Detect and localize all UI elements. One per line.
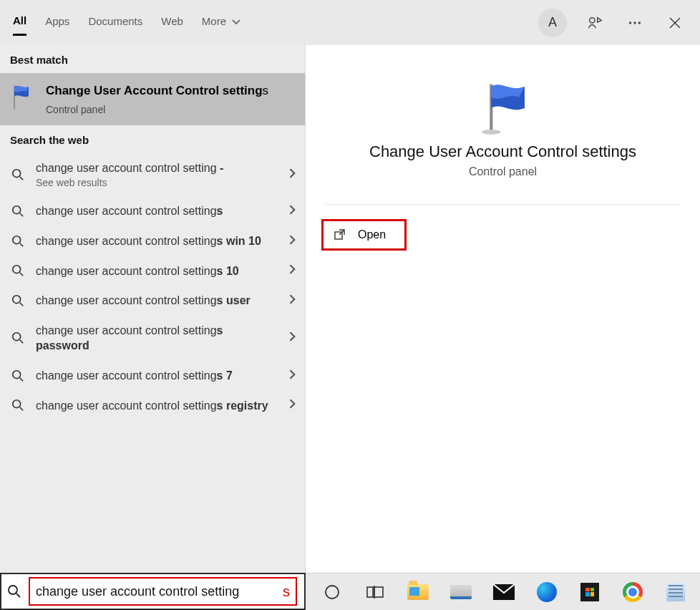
svg-point-3 [638, 21, 641, 24]
preview-title: Change User Account Control settings [369, 142, 636, 161]
web-result-row[interactable]: change user account control settings 10 [0, 256, 305, 286]
best-match-header: Best match [0, 45, 305, 73]
notepad-icon[interactable] [662, 578, 689, 606]
tab-web[interactable]: Web [161, 11, 183, 34]
search-icon [10, 369, 26, 382]
search-icon [7, 584, 21, 599]
web-result-text: change user account control settings 10 [36, 263, 278, 279]
uac-flag-icon [471, 79, 535, 137]
mail-icon[interactable] [490, 578, 517, 606]
chevron-down-icon [232, 18, 240, 26]
search-highlight: s [29, 577, 297, 606]
on-screen-keyboard-icon[interactable] [447, 578, 475, 606]
search-header: All Apps Documents Web More A [0, 0, 700, 45]
web-result-text: change user account control settings 7 [36, 368, 278, 384]
preview-panel: Change User Account Control settings Con… [306, 45, 700, 573]
tab-all[interactable]: All [13, 10, 26, 36]
search-icon [10, 294, 26, 307]
close-icon[interactable] [663, 11, 687, 35]
chevron-right-icon [288, 168, 298, 181]
more-options-icon[interactable] [623, 11, 647, 35]
open-external-icon [334, 228, 346, 241]
taskbar [306, 573, 700, 610]
open-button-label: Open [358, 228, 386, 241]
search-input[interactable] [36, 584, 284, 599]
edge-icon[interactable] [533, 578, 560, 606]
chevron-right-icon [288, 294, 298, 307]
tab-apps[interactable]: Apps [45, 11, 69, 34]
search-icon [10, 331, 26, 344]
best-match-result[interactable]: Change User Account Control settings Con… [0, 73, 305, 125]
svg-point-8 [13, 296, 21, 304]
web-result-text: change user account control settings reg… [36, 398, 278, 414]
best-match-title-rest: s [263, 84, 269, 97]
svg-point-4 [13, 170, 21, 178]
tab-more[interactable]: More [202, 11, 240, 34]
web-result-row[interactable]: change user account control settings reg… [0, 391, 305, 421]
search-box[interactable]: s [0, 573, 306, 610]
web-result-row[interactable]: change user account control settings pas… [0, 316, 305, 361]
svg-point-14 [9, 586, 17, 594]
chevron-right-icon [288, 205, 298, 218]
uac-flag-icon [7, 83, 36, 112]
web-results-list: change user account control setting -See… [0, 153, 305, 420]
chevron-right-icon [288, 331, 298, 344]
best-match-title-bold: Change User Account Control setting [46, 84, 263, 97]
chrome-icon[interactable] [619, 578, 646, 606]
chevron-right-icon [288, 264, 298, 277]
svg-point-5 [13, 206, 21, 214]
search-caret: s [283, 584, 290, 600]
search-icon [10, 205, 26, 218]
svg-point-12 [482, 130, 501, 135]
svg-rect-17 [374, 587, 383, 597]
svg-point-0 [590, 17, 595, 22]
search-icon [10, 235, 26, 248]
account-avatar[interactable]: A [538, 9, 567, 37]
svg-point-10 [13, 371, 21, 379]
web-result-text: change user account control settings use… [36, 293, 278, 309]
filter-tabs: All Apps Documents Web More [13, 10, 240, 36]
svg-rect-16 [367, 587, 373, 597]
best-match-sub: Control panel [46, 104, 268, 115]
chevron-right-icon [288, 235, 298, 248]
svg-point-7 [13, 266, 21, 273]
main-area: Best match Change User Account Control s… [0, 45, 700, 573]
feedback-icon[interactable] [583, 11, 607, 35]
cortana-icon[interactable] [319, 578, 346, 606]
web-result-text: change user account control settings win… [36, 233, 278, 249]
svg-point-2 [633, 21, 636, 24]
microsoft-store-icon[interactable] [576, 578, 603, 606]
results-panel: Best match Change User Account Control s… [0, 45, 306, 573]
web-result-row[interactable]: change user account control settings win… [0, 226, 305, 256]
preview-separator [326, 204, 681, 205]
svg-point-9 [13, 333, 21, 341]
tab-documents[interactable]: Documents [88, 11, 142, 34]
preview-sub: Control panel [469, 165, 537, 178]
task-view-icon[interactable] [361, 578, 389, 606]
web-result-text: change user account control setting -See… [36, 160, 278, 189]
svg-point-15 [326, 586, 339, 599]
web-result-row[interactable]: change user account control settings [0, 196, 305, 226]
svg-point-1 [629, 21, 631, 24]
search-web-header: Search the web [0, 125, 305, 153]
svg-point-11 [13, 400, 21, 408]
web-result-row[interactable]: change user account control settings use… [0, 286, 305, 316]
search-icon [10, 264, 26, 277]
web-result-row[interactable]: change user account control settings 7 [0, 361, 305, 391]
tab-more-label: More [202, 15, 226, 27]
web-result-row[interactable]: change user account control setting -See… [0, 153, 305, 196]
svg-point-6 [13, 236, 21, 244]
chevron-right-icon [288, 369, 298, 382]
search-icon [10, 399, 26, 412]
file-explorer-icon[interactable] [404, 578, 432, 606]
chevron-right-icon [288, 399, 298, 412]
web-result-text: change user account control settings [36, 203, 278, 219]
bottom-bar: s [0, 573, 700, 610]
open-button[interactable]: Open [321, 219, 407, 251]
web-result-text: change user account control settings pas… [36, 323, 278, 354]
search-icon [10, 168, 26, 181]
best-match-title: Change User Account Control settings [46, 83, 268, 100]
